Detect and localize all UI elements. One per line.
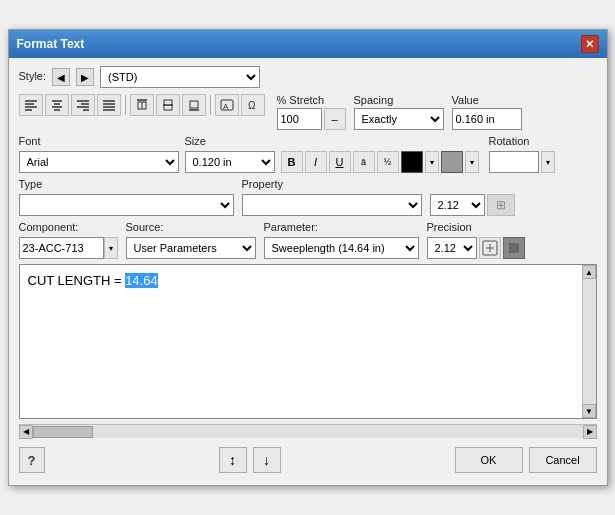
precision-label: Precision xyxy=(427,221,525,233)
rotation-input[interactable] xyxy=(489,151,539,173)
text-color-dropdown[interactable]: ▾ xyxy=(425,151,439,173)
size-label: Size xyxy=(185,135,275,147)
rotation-label: Rotation xyxy=(489,135,555,147)
type-property-row: Type Property x 2.12 ⊞ xyxy=(19,178,597,216)
align-left-button[interactable] xyxy=(19,94,43,116)
italic-button[interactable]: I xyxy=(305,151,327,173)
title-bar: Format Text ✕ xyxy=(9,30,607,58)
text-color-black[interactable] xyxy=(401,151,423,173)
parameter-select[interactable]: Sweeplength (14.64 in) xyxy=(264,237,419,259)
vertical-scrollbar[interactable]: ▲ ▼ xyxy=(582,265,596,418)
property-select[interactable] xyxy=(242,194,422,216)
precision-extra-button[interactable] xyxy=(503,237,525,259)
stretch-label: % Stretch xyxy=(277,94,346,106)
arrow-down-button[interactable]: ↓ xyxy=(253,447,281,473)
rotation-dropdown[interactable]: ▾ xyxy=(541,151,555,173)
style-label: Style: xyxy=(19,70,47,82)
help-button[interactable]: ? xyxy=(19,447,45,473)
component-dropdown[interactable]: ▾ xyxy=(104,237,118,259)
overline-button[interactable]: ā xyxy=(353,151,375,173)
valign-mid-button[interactable] xyxy=(156,94,180,116)
text-prefix: CUT LENGTH = xyxy=(28,273,126,288)
style-forward-button[interactable]: ▶ xyxy=(76,68,94,86)
scroll-thumb[interactable] xyxy=(583,279,596,404)
precision-type-select[interactable]: 2.12 xyxy=(430,194,485,216)
spacing-label: Spacing xyxy=(354,94,444,106)
style-back-button[interactable]: ◀ xyxy=(52,68,70,86)
bold-button[interactable]: B xyxy=(281,151,303,173)
format-buttons: B I U ā ½ ▾ ▾ xyxy=(281,151,479,173)
alignment-toolbar: A Ω xyxy=(19,94,265,116)
value-label: Value xyxy=(452,94,522,106)
text-highlighted: 14.64 xyxy=(125,273,158,288)
font-label: Font xyxy=(19,135,179,147)
underline-button[interactable]: U xyxy=(329,151,351,173)
scroll-up-arrow[interactable]: ▲ xyxy=(582,265,596,279)
text-content: CUT LENGTH = 14.64 xyxy=(20,265,596,296)
symbol-button[interactable]: Ω xyxy=(241,94,265,116)
dialog-title: Format Text xyxy=(17,37,85,51)
svg-text:A: A xyxy=(223,102,229,111)
close-button[interactable]: ✕ xyxy=(581,35,599,53)
dialog-body: Style: ◀ ▶ (STD) xyxy=(9,58,607,485)
component-row: Component: ▾ Source: User Parameters Par… xyxy=(19,221,597,259)
align-center-button[interactable] xyxy=(45,94,69,116)
svg-text:Ω: Ω xyxy=(248,100,256,111)
bottom-row: ? ↕ ↓ OK Cancel xyxy=(19,443,597,477)
stretch-group: % Stretch – xyxy=(277,94,346,130)
precision-action-button[interactable] xyxy=(479,237,501,259)
value-input[interactable] xyxy=(452,108,522,130)
text-color-gray[interactable] xyxy=(441,151,463,173)
separator xyxy=(125,95,126,115)
precision-type-action: ⊞ xyxy=(487,194,515,216)
format-text-dialog: Format Text ✕ Style: ◀ ▶ (STD) xyxy=(8,29,608,486)
text-area-container[interactable]: CUT LENGTH = 14.64 ▲ ▼ xyxy=(19,264,597,419)
insert-field-button[interactable]: A xyxy=(215,94,239,116)
type-label: Type xyxy=(19,178,234,190)
component-label: Component: xyxy=(19,221,118,233)
scroll-left-arrow[interactable]: ◀ xyxy=(19,425,33,439)
justify-button[interactable] xyxy=(97,94,121,116)
style-row: Style: ◀ ▶ (STD) xyxy=(19,66,597,88)
property-label: Property xyxy=(242,178,422,190)
scroll-thumb-h[interactable] xyxy=(33,426,93,438)
size-select[interactable]: 0.120 in xyxy=(185,151,275,173)
separator2 xyxy=(210,95,211,115)
font-select[interactable]: Arial xyxy=(19,151,179,173)
ok-button[interactable]: OK xyxy=(455,447,523,473)
spacing-select[interactable]: ExactlyAt LeastMultiple xyxy=(354,108,444,130)
component-input[interactable] xyxy=(19,237,104,259)
align-right-button[interactable] xyxy=(71,94,95,116)
stretch-minus-button[interactable]: – xyxy=(324,108,346,130)
stretch-input[interactable] xyxy=(277,108,322,130)
scroll-down-arrow[interactable]: ▼ xyxy=(582,404,596,418)
svg-rect-29 xyxy=(509,243,519,253)
precision-select[interactable]: 2.12 xyxy=(427,237,477,259)
arrow-up-button[interactable]: ↕ xyxy=(219,447,247,473)
action-buttons: OK Cancel xyxy=(455,447,597,473)
center-buttons: ↕ ↓ xyxy=(219,447,281,473)
valign-top-button[interactable] xyxy=(130,94,154,116)
scroll-right-arrow[interactable]: ▶ xyxy=(583,425,597,439)
cancel-button[interactable]: Cancel xyxy=(529,447,597,473)
text-color-gray-dropdown[interactable]: ▾ xyxy=(465,151,479,173)
stack-button[interactable]: ½ xyxy=(377,151,399,173)
value-group: Value xyxy=(452,94,522,130)
valign-bot-button[interactable] xyxy=(182,94,206,116)
svg-rect-22 xyxy=(190,101,198,108)
parameter-label: Parameter: xyxy=(264,221,419,233)
source-select[interactable]: User Parameters xyxy=(126,237,256,259)
rotation-row: ▾ xyxy=(489,151,555,173)
font-row: Font Arial Size 0.120 in x B I U xyxy=(19,135,597,173)
source-label: Source: xyxy=(126,221,256,233)
style-select[interactable]: (STD) xyxy=(100,66,260,88)
horizontal-scrollbar[interactable]: ◀ ▶ xyxy=(19,424,597,438)
type-select[interactable] xyxy=(19,194,234,216)
spacing-group: Spacing ExactlyAt LeastMultiple xyxy=(354,94,444,130)
